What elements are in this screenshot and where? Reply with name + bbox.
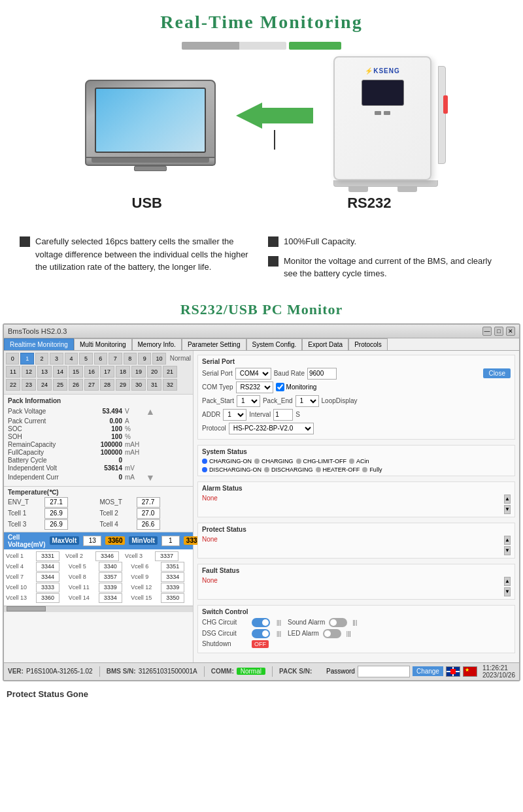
cell-num-5[interactable]: 5: [79, 353, 92, 365]
charging-indicator: CHARGING: [254, 458, 294, 464]
tcell2-value[interactable]: [137, 508, 160, 519]
cell-num-6[interactable]: 6: [94, 353, 107, 365]
tab-realtime-monitoring[interactable]: Realtime Monitoring: [4, 338, 74, 350]
protect-status-title: Protect Status: [202, 526, 511, 533]
tcell1-value[interactable]: [44, 508, 68, 519]
fault-scroll-down[interactable]: ▼: [504, 587, 511, 596]
cell-num-27[interactable]: 27: [84, 379, 99, 391]
shutdown-value[interactable]: OFF: [252, 640, 269, 648]
pack-scroll-up[interactable]: ▲: [146, 406, 152, 417]
sound-alarm-toggle[interactable]: [329, 618, 347, 627]
cell-num-31[interactable]: 31: [147, 379, 161, 391]
serial-port-select[interactable]: COM4: [235, 368, 271, 380]
cell-num-32[interactable]: 32: [163, 379, 177, 391]
password-input[interactable]: [358, 666, 410, 677]
cell-num-0[interactable]: 0: [6, 353, 19, 365]
protocol-select[interactable]: HS-PC-232-BP-V2.0: [229, 423, 314, 434]
cell-num-22[interactable]: 22: [6, 379, 20, 391]
cell-num-1[interactable]: 1: [20, 353, 33, 365]
tcell3-value[interactable]: [44, 519, 68, 530]
bms-window-title: BmsTools HS2.0.3: [8, 327, 67, 335]
cell-num-28[interactable]: 28: [100, 379, 114, 391]
led-alarm-toggle[interactable]: [323, 629, 341, 638]
cell-num-18[interactable]: 18: [116, 366, 130, 378]
cell-num-16[interactable]: 16: [84, 366, 99, 378]
tab-protocols[interactable]: Protocols: [348, 338, 388, 350]
tab-parameter-setting[interactable]: Parameter Setting: [182, 338, 246, 350]
change-password-button[interactable]: Change: [413, 666, 443, 676]
monitoring-checkbox[interactable]: [276, 383, 284, 391]
remain-capacity-unit: mAH: [125, 441, 144, 448]
cell-num-23[interactable]: 23: [22, 379, 36, 391]
tcell4-value[interactable]: [137, 519, 160, 530]
tab-export-data[interactable]: Export Data: [302, 338, 348, 350]
dsg-circuit-toggle[interactable]: [252, 629, 270, 638]
features-section: Carefully selected 16pcs battery cells t…: [0, 229, 523, 297]
cell-num-8[interactable]: 8: [124, 353, 137, 365]
close-connection-button[interactable]: Close: [483, 368, 511, 378]
scrollbar-thumb[interactable]: [7, 606, 46, 611]
cell-num-10[interactable]: 10: [152, 353, 165, 365]
horizontal-scrollbar[interactable]: [4, 606, 193, 612]
com-type-select[interactable]: RS232: [236, 382, 273, 393]
fault-scroll-up[interactable]: ▲: [504, 577, 511, 586]
protect-scroll-down[interactable]: ▼: [504, 546, 511, 555]
vcell3: Vcell 3 3337: [125, 551, 182, 561]
cell-num-21[interactable]: 21: [163, 366, 177, 378]
cell-num-9[interactable]: 9: [138, 353, 151, 365]
fault-status-section: Fault Status None ▲ ▼: [197, 564, 515, 600]
cell-num-11[interactable]: 11: [6, 366, 20, 378]
chg-circuit-knob: [262, 619, 269, 626]
alarm-scroll-up[interactable]: ▲: [504, 495, 511, 504]
pack-start-select[interactable]: 1: [237, 395, 260, 407]
cell-num-19[interactable]: 19: [131, 366, 146, 378]
addr-select[interactable]: 1: [223, 409, 246, 421]
baud-rate-input[interactable]: [307, 368, 337, 380]
env-t-label: ENV_T: [8, 498, 42, 506]
soc-row: SOC 100 %: [8, 425, 189, 432]
cell-num-29[interactable]: 29: [116, 379, 130, 391]
protect-scroll-up[interactable]: ▲: [504, 536, 511, 545]
close-button[interactable]: ✕: [506, 327, 515, 336]
cell-num-26[interactable]: 26: [69, 379, 83, 391]
alarm-scroll-down[interactable]: ▼: [504, 505, 511, 514]
cell-num-2[interactable]: 2: [35, 353, 48, 365]
soh-row: SOH 100 %: [8, 433, 189, 440]
cell-num-30[interactable]: 30: [131, 379, 146, 391]
max-volt-cell-input[interactable]: [83, 536, 101, 546]
charging-dot: [254, 459, 260, 464]
cell-num-13[interactable]: 13: [37, 366, 52, 378]
cell-num-17[interactable]: 17: [100, 366, 114, 378]
cell-num-4[interactable]: 4: [65, 353, 78, 365]
chg-circuit-toggle[interactable]: [252, 618, 270, 627]
password-area: Password Change ★ 11:26:21 2023/10/26: [326, 664, 515, 679]
battery-cycle-value: 0: [83, 457, 122, 464]
interval-input[interactable]: [273, 409, 293, 421]
acin-indicator: ACin: [349, 458, 369, 464]
tab-multi-monitoring[interactable]: Multi Monitoring: [74, 338, 132, 350]
pack-end-select[interactable]: 1: [295, 395, 319, 407]
cell-num-24[interactable]: 24: [37, 379, 52, 391]
cell-num-15[interactable]: 15: [69, 366, 83, 378]
pack-end-label: Pack_End: [263, 397, 293, 404]
mos-t-label: MOS_T: [100, 498, 134, 506]
env-t-value[interactable]: [44, 497, 68, 508]
pack-scroll-down[interactable]: ▼: [146, 472, 152, 483]
cell-num-3[interactable]: 3: [50, 353, 63, 365]
tab-system-config[interactable]: System Config.: [246, 338, 303, 350]
tab-memory-info[interactable]: Memory Info.: [132, 338, 182, 350]
cell-num-25[interactable]: 25: [53, 379, 67, 391]
vcell9-value: 3334: [161, 572, 184, 582]
minimize-button[interactable]: —: [482, 327, 492, 336]
sp-row-5: Protocol HS-PC-232-BP-V2.0: [202, 423, 511, 434]
cell-num-7[interactable]: 7: [109, 353, 122, 365]
battery-cycle-label: Battery Cycle: [8, 457, 83, 464]
connection-diagram-area: ⚡KSENG: [13, 42, 510, 212]
min-volt-cell-input[interactable]: [161, 536, 180, 546]
maximize-button[interactable]: □: [494, 327, 503, 336]
cell-num-20[interactable]: 20: [147, 366, 161, 378]
cell-num-14[interactable]: 14: [53, 366, 67, 378]
cell-num-12[interactable]: 12: [22, 366, 36, 378]
cv-row-5: Vcell 13 3360 Vcell 14 3334 Vcell 15 335…: [6, 593, 191, 603]
mos-t-value[interactable]: [137, 497, 160, 508]
